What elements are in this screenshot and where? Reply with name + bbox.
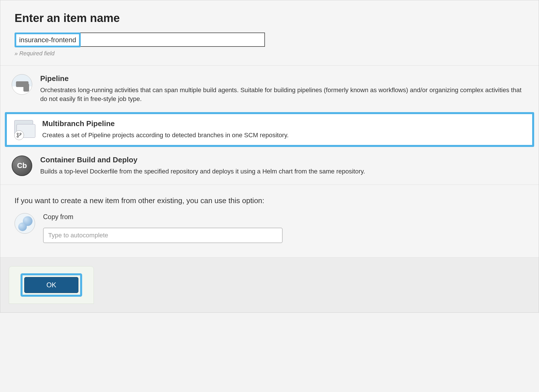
job-type-pipeline[interactable]: Pipeline Orchestrates long-running activ… bbox=[5, 69, 534, 109]
job-type-text: Pipeline Orchestrates long-running activ… bbox=[40, 74, 527, 104]
job-type-list: Pipeline Orchestrates long-running activ… bbox=[0, 69, 539, 185]
job-type-description: Builds a top-level Dockerfile from the s… bbox=[40, 167, 365, 176]
item-name-input[interactable] bbox=[80, 33, 265, 47]
item-name-value-text: insurance-frontend bbox=[19, 36, 76, 44]
job-type-text: Multibranch Pipeline Creates a set of Pi… bbox=[42, 119, 289, 140]
item-name-value-highlight: insurance-frontend bbox=[15, 33, 81, 47]
svg-point-1 bbox=[20, 133, 21, 134]
ok-panel: OK bbox=[9, 266, 94, 304]
copy-from-section: If you want to create a new item from ot… bbox=[0, 185, 539, 258]
required-field-hint: » Required field bbox=[15, 50, 524, 57]
job-type-text: Container Build and Deploy Builds a top-… bbox=[40, 155, 365, 176]
copy-from-label: Copy from bbox=[43, 213, 524, 221]
multibranch-pipeline-icon bbox=[14, 119, 34, 140]
job-type-description: Creates a set of Pipeline projects accor… bbox=[42, 131, 289, 140]
job-type-container-build-deploy[interactable]: Cb Container Build and Deploy Builds a t… bbox=[5, 150, 534, 181]
pipeline-icon bbox=[12, 74, 32, 95]
branch-icon bbox=[16, 132, 22, 138]
job-type-description: Orchestrates long-running activities tha… bbox=[40, 86, 527, 104]
svg-point-0 bbox=[17, 133, 19, 134]
item-name-row: insurance-frontend bbox=[15, 33, 524, 47]
container-build-icon: Cb bbox=[12, 155, 32, 176]
copy-from-prompt: If you want to create a new item from ot… bbox=[15, 196, 524, 205]
job-type-multibranch-pipeline[interactable]: Multibranch Pipeline Creates a set of Pi… bbox=[5, 112, 534, 147]
job-type-title: Multibranch Pipeline bbox=[42, 119, 289, 128]
name-section: Enter an item name insurance-frontend » … bbox=[0, 0, 539, 66]
copy-from-icon bbox=[15, 213, 35, 234]
copy-from-input[interactable] bbox=[43, 228, 283, 243]
ok-button[interactable]: OK bbox=[24, 277, 78, 293]
new-item-form: Enter an item name insurance-frontend » … bbox=[0, 0, 539, 313]
job-type-title: Pipeline bbox=[40, 74, 527, 83]
footer: OK bbox=[0, 258, 539, 312]
job-type-title: Container Build and Deploy bbox=[40, 155, 365, 164]
ok-button-highlight: OK bbox=[21, 273, 82, 297]
page-title: Enter an item name bbox=[15, 12, 524, 25]
